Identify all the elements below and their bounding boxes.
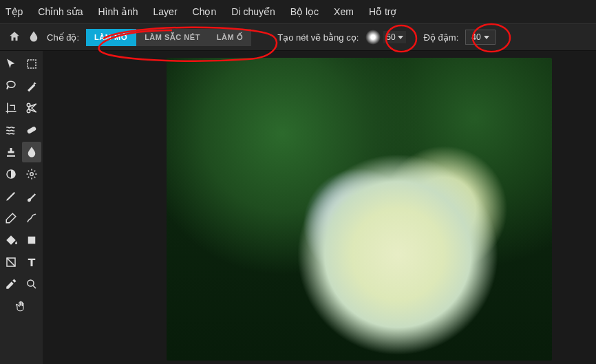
tool-stamp[interactable] — [1, 142, 21, 162]
brush-preview[interactable]: 50 — [365, 30, 405, 45]
menu-select[interactable]: Chọn — [193, 6, 217, 17]
brush-label: Tạo nét vẽ bằng cọ: — [277, 32, 359, 43]
tool-gear[interactable] — [22, 164, 41, 184]
home-icon[interactable] — [8, 30, 21, 45]
menu-image[interactable]: Hình ảnh — [98, 6, 138, 17]
tool-pointer[interactable] — [1, 54, 21, 74]
intensity-label: Độ đậm: — [424, 32, 459, 43]
tool-lasso[interactable] — [1, 76, 21, 96]
menu-help[interactable]: Hỗ trợ — [369, 6, 397, 17]
workspace — [0, 51, 596, 364]
tool-shape[interactable] — [22, 230, 41, 250]
chevron-down-icon — [398, 36, 403, 39]
mode-sharpen-button[interactable]: LÀM SẮC NÉT — [136, 29, 209, 46]
brush-size-value: 50 — [386, 32, 395, 42]
svg-point-3 — [30, 173, 34, 176]
svg-rect-4 — [28, 237, 36, 244]
menu-filter[interactable]: Bộ lọc — [290, 6, 319, 17]
tool-pattern-brush[interactable] — [22, 208, 41, 228]
mode-smudge-button[interactable]: LÀM Ố — [209, 29, 251, 46]
intensity-dropdown[interactable]: 40 — [465, 30, 495, 45]
chevron-down-icon — [484, 36, 489, 39]
mode-button-group: LÀM MỜ LÀM SẮC NÉT LÀM Ố — [86, 29, 251, 46]
svg-rect-0 — [28, 60, 36, 68]
mode-label: Chế độ: — [47, 32, 79, 43]
tool-marquee[interactable] — [22, 54, 41, 74]
intensity-value: 40 — [471, 32, 480, 42]
svg-point-6 — [28, 280, 34, 286]
menu-move[interactable]: Di chuyển — [231, 6, 275, 17]
tool-text[interactable] — [22, 252, 41, 272]
tool-cut[interactable] — [22, 98, 41, 118]
menu-view[interactable]: Xem — [334, 6, 354, 17]
canvas-area[interactable] — [43, 51, 596, 364]
tool-eyedrop[interactable] — [1, 274, 21, 295]
tool-brush[interactable] — [22, 186, 41, 206]
menu-file[interactable]: Tệp — [6, 6, 23, 17]
tool-dodge[interactable] — [1, 164, 21, 184]
tool-drop[interactable] — [22, 142, 41, 162]
tool-liquify[interactable] — [1, 120, 21, 140]
tool-crop[interactable] — [1, 98, 21, 118]
toolbox — [0, 51, 43, 364]
tool-fill[interactable] — [1, 230, 21, 250]
svg-rect-1 — [27, 126, 37, 134]
menu-layer[interactable]: Layer — [153, 6, 178, 17]
menu-bar: Tệp Chỉnh sửa Hình ảnh Layer Chọn Di chu… — [0, 0, 596, 23]
tool-wand[interactable] — [22, 76, 41, 96]
option-bar: Chế độ: LÀM MỜ LÀM SẮC NÉT LÀM Ố Tạo nét… — [0, 23, 596, 51]
brush-size-dropdown[interactable]: 50 — [383, 31, 405, 43]
tool-heal[interactable] — [22, 120, 41, 140]
tool-eraser[interactable] — [1, 208, 21, 228]
menu-edit[interactable]: Chỉnh sửa — [38, 6, 83, 17]
tool-gradient[interactable] — [1, 252, 21, 272]
image-canvas[interactable] — [167, 58, 552, 361]
tool-zoom[interactable] — [22, 274, 41, 295]
brush-dot-icon — [365, 30, 381, 45]
tool-pencil[interactable] — [1, 186, 21, 206]
mode-blur-button[interactable]: LÀM MỜ — [86, 29, 136, 46]
tool-hand[interactable] — [1, 296, 41, 317]
tool-indicator-drop-icon — [28, 30, 40, 45]
